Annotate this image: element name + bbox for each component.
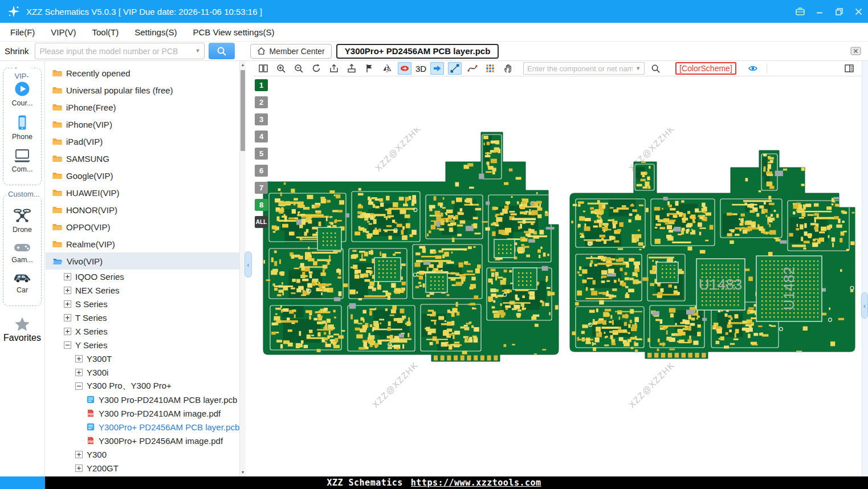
curve-icon[interactable] [466, 62, 479, 75]
tree-item[interactable]: SAMSUNG [46, 150, 245, 167]
select-arrow-icon[interactable] [430, 62, 444, 75]
tab-pcb-file[interactable]: Y300Pro+ PD2456AM PCB layer.pcb [336, 44, 499, 59]
layer-button-5[interactable]: 5 [255, 148, 268, 160]
pcb-image[interactable]: XZZ@XZZHK XZZ@XZZHK XZZ@XZZHK XZZ@XZZHK [258, 128, 856, 424]
tree-item[interactable]: Y300Pro+ PD2456AM PCB layer.pcb [46, 420, 245, 434]
rail-item-car[interactable]: Car [3, 271, 41, 294]
scroll-thumb[interactable] [241, 70, 245, 151]
flag-filter-icon[interactable] [362, 62, 376, 75]
zoom-in-icon[interactable] [274, 62, 288, 75]
tree-item[interactable]: PDFY300 Pro-PD2410AM image.pdf [46, 406, 245, 420]
pcb-canvas-area[interactable]: 12345678ALL XZZ@XZZHK XZZ@XZZHK XZZ@XZZH… [253, 76, 862, 476]
tree-item[interactable]: iPhone(Free) [46, 99, 245, 116]
plus-icon[interactable] [64, 287, 71, 294]
tree-item[interactable]: HUAWEI(VIP) [46, 184, 245, 201]
layer-button-8[interactable]: 8 [255, 199, 268, 211]
tree-item-label: Y300Pro+ PD2456AM image.pdf [99, 436, 223, 446]
color-scheme-button[interactable]: [ColorScheme] [675, 62, 736, 75]
collapse-right-panel-handle[interactable]: ‹ [861, 292, 868, 319]
tree-item[interactable]: Y300T [46, 352, 245, 365]
plus-icon[interactable] [64, 300, 71, 308]
model-search-input[interactable] [35, 43, 205, 59]
export-bottom-icon[interactable] [345, 62, 358, 75]
tree-item[interactable]: Y300 Pro-PD2410AM PCB layer.pcb [46, 393, 245, 406]
split-view-icon[interactable] [256, 62, 270, 75]
layer-button-all[interactable]: ALL [255, 216, 268, 228]
plus-icon[interactable] [75, 464, 83, 472]
tree-item[interactable]: iPad(VIP) [46, 133, 245, 150]
color-dots-icon[interactable] [483, 62, 497, 75]
layer-button-2[interactable]: 2 [255, 96, 268, 108]
member-center-button[interactable]: Member Center [250, 44, 332, 59]
website-link[interactable]: https://www.xzztools.com [411, 478, 541, 488]
tree-item[interactable]: OPPO(VIP) [46, 218, 245, 235]
tree-item[interactable]: Y300i [46, 365, 245, 379]
menu-pcb-view-settings[interactable]: PCB View settings(S) [193, 27, 274, 37]
rail-item-gamepad[interactable]: Gam... [3, 241, 41, 264]
rail-item-drone[interactable]: Drone [3, 207, 41, 234]
plus-icon[interactable] [64, 328, 71, 335]
component-search-icon[interactable] [649, 62, 662, 75]
tree-item[interactable]: X Series [46, 324, 245, 338]
layer-button-4[interactable]: 4 [255, 131, 268, 142]
plus-icon[interactable] [75, 355, 83, 362]
tree-item[interactable]: T Series [46, 311, 245, 324]
menu-vip[interactable]: VIP(V) [51, 27, 76, 37]
export-top-icon[interactable] [327, 62, 341, 75]
rail-item-course[interactable]: Cour... [3, 80, 41, 107]
tree-item[interactable]: Vivo(VIP) [46, 252, 245, 270]
minimize-button[interactable] [810, 0, 829, 23]
pan-hand-icon[interactable] [501, 62, 515, 75]
license-icon[interactable] [790, 0, 810, 23]
tree-item[interactable]: Y Series [46, 338, 245, 352]
pcb-drawing[interactable]: XZZ@XZZHK XZZ@XZZHK XZZ@XZZHK XZZ@XZZHK [258, 128, 856, 424]
tree-item[interactable]: IQOO Series [46, 270, 245, 283]
menu-settings[interactable]: Settings(S) [135, 27, 177, 37]
menu-file[interactable]: File(F) [10, 27, 35, 37]
layer-button-6[interactable]: 6 [255, 165, 268, 177]
model-search-button[interactable] [209, 43, 235, 59]
tree-item[interactable]: Realme(VIP) [46, 235, 245, 252]
tree-item[interactable]: PDFY300Pro+ PD2456AM image.pdf [46, 434, 245, 447]
layer-button-1[interactable]: 1 [255, 79, 268, 91]
layers-panel-icon[interactable] [842, 62, 856, 75]
plus-icon[interactable] [75, 369, 83, 376]
tree-item[interactable]: Y300 Pro、Y300 Pro+ [46, 379, 245, 393]
minus-icon[interactable] [75, 382, 83, 390]
tree-item[interactable]: S Series [46, 297, 245, 311]
folder-icon [52, 70, 62, 77]
rail-item-favorites[interactable]: Favorites [0, 316, 44, 343]
measure-icon[interactable] [448, 62, 462, 75]
rail-item-phone[interactable]: Phone [3, 114, 41, 141]
red-marker-icon[interactable] [398, 62, 411, 75]
tree-item[interactable]: Recently opened [46, 64, 245, 82]
shrink-button[interactable]: Shrink [5, 46, 29, 56]
rail-item-computer[interactable]: Com... [3, 148, 41, 173]
plus-icon[interactable] [64, 273, 71, 280]
scroll-up-icon[interactable]: ▲ [240, 62, 246, 68]
close-document-icon[interactable] [850, 46, 861, 56]
plus-icon[interactable] [75, 451, 83, 458]
tree-item[interactable]: Y200GT [46, 461, 245, 475]
view-3d-button[interactable]: 3D [415, 64, 426, 74]
tree-item[interactable]: Universal popular files (free) [46, 82, 245, 99]
close-button[interactable] [849, 0, 868, 23]
tree-item[interactable]: Google(VIP) [46, 167, 245, 184]
layer-button-7[interactable]: 7 [255, 182, 268, 194]
tree-item[interactable]: NEX Series [46, 283, 245, 297]
menu-tool[interactable]: Tool(T) [92, 27, 119, 37]
zoom-out-icon[interactable] [292, 62, 305, 75]
scroll-down-icon[interactable]: ▼ [240, 469, 246, 476]
plus-icon[interactable] [64, 314, 71, 321]
visibility-eye-icon[interactable] [746, 62, 760, 75]
tree-item[interactable]: HONOR(VIP) [46, 201, 245, 218]
layer-button-3[interactable]: 3 [255, 113, 268, 125]
collapse-tree-handle[interactable]: ‹ [244, 251, 252, 278]
mirror-icon[interactable] [380, 62, 394, 75]
minus-icon[interactable] [64, 341, 71, 349]
component-search-input[interactable] [523, 62, 645, 75]
restore-button[interactable] [829, 0, 849, 23]
tree-item[interactable]: Y300 [46, 447, 245, 461]
refresh-icon[interactable] [309, 62, 323, 75]
tree-item[interactable]: iPhone(VIP) [46, 116, 245, 133]
